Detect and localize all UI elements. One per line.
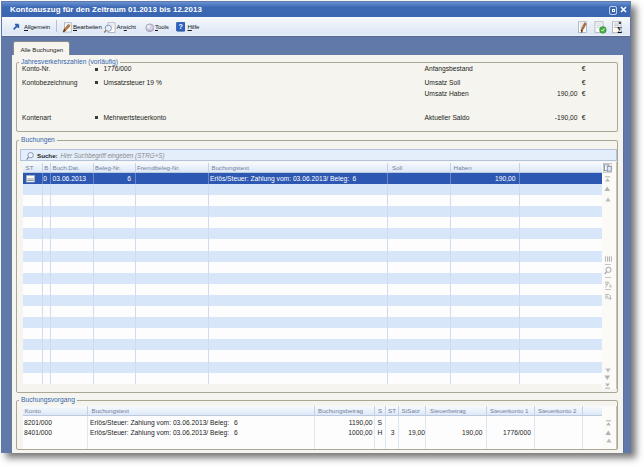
svg-text:?: ? <box>178 22 182 31</box>
svg-text:Σ: Σ <box>617 26 622 34</box>
